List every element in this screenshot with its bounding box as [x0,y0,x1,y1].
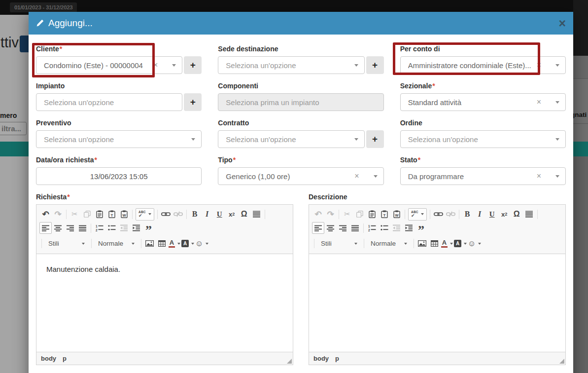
cut-button[interactable]: ✂ [341,208,353,220]
clear-icon[interactable]: × [537,172,541,180]
path-p[interactable]: p [335,355,339,362]
preventivo-select[interactable]: Seleziona un'opzione [36,130,202,148]
styles-combo[interactable]: Stili [44,237,89,250]
field-impianto: Impianto Seleziona un'opzione + [36,82,202,111]
emoji-button[interactable]: ☺ [195,238,209,250]
spellcheck-button[interactable]: ABC✔ [408,208,427,221]
background-color-button[interactable]: A [181,238,195,250]
outdent-button[interactable] [118,222,130,234]
ordine-select[interactable]: Seleziona un'opzione [400,130,566,148]
stato-value: Da programmare [408,172,533,181]
paste-from-word-button[interactable]: W [390,208,403,220]
align-center-button[interactable] [52,222,64,234]
numbered-list-button[interactable]: 12 [93,222,105,234]
format-combo[interactable]: Normale [94,237,139,250]
justify-button[interactable] [349,222,361,234]
spellcheck-button[interactable]: ABC✔ [136,208,154,221]
superscript-button[interactable]: x2 [226,208,238,220]
resize-handle[interactable] [559,359,564,364]
chevron-down-icon [354,138,358,141]
clear-icon[interactable]: × [153,61,158,69]
contratto-add-button[interactable]: + [366,130,384,148]
paste-button[interactable] [93,208,105,220]
italic-button[interactable]: I [201,208,213,220]
underline-button[interactable]: U [486,208,498,220]
redo-button[interactable]: ↷ [52,208,64,220]
bold-button[interactable]: B [189,208,201,220]
sede-add-button[interactable]: + [366,56,384,74]
paste-as-text-button[interactable]: T [105,208,118,220]
cliente-select[interactable]: Condomino (Este) - 00000004 × [36,56,182,74]
blockquote-button[interactable]: ” [415,222,427,234]
format-combo[interactable]: Normale [366,237,412,250]
bold-button[interactable]: B [461,208,474,220]
tipo-select[interactable]: Generico (1,00 ore) × [218,167,383,185]
table-button[interactable] [156,238,168,250]
background-color-button[interactable]: A [453,238,467,250]
impianto-select[interactable]: Seleziona un'opzione [36,93,182,111]
bulleted-list-button[interactable] [105,222,118,234]
resize-handle[interactable] [287,359,292,364]
bulleted-list-button[interactable] [378,222,390,234]
text-color-button[interactable]: A [441,238,453,250]
table-button[interactable] [428,238,441,250]
italic-button[interactable]: I [474,208,486,220]
path-body[interactable]: body [313,355,329,362]
sede-select[interactable]: Seleziona un'opzione [218,56,364,74]
align-right-button[interactable] [337,222,349,234]
clear-icon[interactable]: × [537,98,541,106]
show-blocks-button[interactable] [523,208,535,220]
blockquote-button[interactable]: ” [142,222,155,234]
image-button[interactable] [143,238,156,250]
impianto-add-button[interactable]: + [184,93,202,111]
copy-button[interactable] [353,208,366,220]
special-character-button[interactable]: Ω [511,208,523,220]
undo-button[interactable]: ↶ [39,208,52,220]
undo-button[interactable]: ↶ [312,208,324,220]
path-body[interactable]: body [41,355,56,362]
justify-button[interactable] [76,222,89,234]
image-icon [145,240,154,247]
redo-button[interactable]: ↷ [324,208,337,220]
indent-button[interactable] [130,222,142,234]
superscript-button[interactable]: x2 [498,208,511,220]
sezionale-select[interactable]: Standard attività × [400,93,566,111]
indent-button[interactable] [403,222,415,234]
unlink-button[interactable] [445,208,457,220]
datetime-input[interactable] [36,167,202,185]
clear-icon[interactable]: × [354,172,359,180]
align-center-button[interactable] [324,222,337,234]
richiesta-editor-body[interactable]: Manutenzione caldaia. [36,254,293,352]
paste-from-word-button[interactable]: W [118,208,130,220]
special-character-button[interactable]: Ω [238,208,250,220]
clear-icon[interactable]: × [537,61,541,69]
text-color-button[interactable]: A [168,238,181,250]
image-button[interactable] [416,238,428,250]
underline-button[interactable]: U [213,208,226,220]
close-icon[interactable]: × [558,17,566,30]
tipo-value: Generico (1,00 ore) [226,172,350,181]
paste-as-text-button[interactable]: T [378,208,390,220]
paste-button[interactable] [366,208,378,220]
numbered-list-button[interactable]: 12 [366,222,378,234]
cut-button[interactable]: ✂ [69,208,81,220]
unlink-button[interactable] [172,208,184,220]
align-left-button[interactable] [312,222,324,234]
per-conto-select[interactable]: Amministratore condominiale (Este)... × [400,56,566,74]
link-button[interactable] [432,208,445,220]
descrizione-editor-body[interactable] [309,254,565,352]
outdent-button[interactable] [390,222,403,234]
preventivo-placeholder: Seleziona un'opzione [44,135,184,144]
emoji-button[interactable]: ☺ [467,238,482,250]
smiley-icon: ☺ [468,239,476,248]
path-p[interactable]: p [63,355,67,362]
copy-button[interactable] [81,208,93,220]
link-button[interactable] [160,208,172,220]
contratto-select[interactable]: Seleziona un'opzione [218,130,364,148]
cliente-add-button[interactable]: + [184,56,202,74]
align-left-button[interactable] [39,222,52,234]
styles-combo[interactable]: Stili [316,237,362,250]
show-blocks-button[interactable] [250,208,263,220]
stato-select[interactable]: Da programmare × [400,167,566,185]
align-right-button[interactable] [64,222,76,234]
